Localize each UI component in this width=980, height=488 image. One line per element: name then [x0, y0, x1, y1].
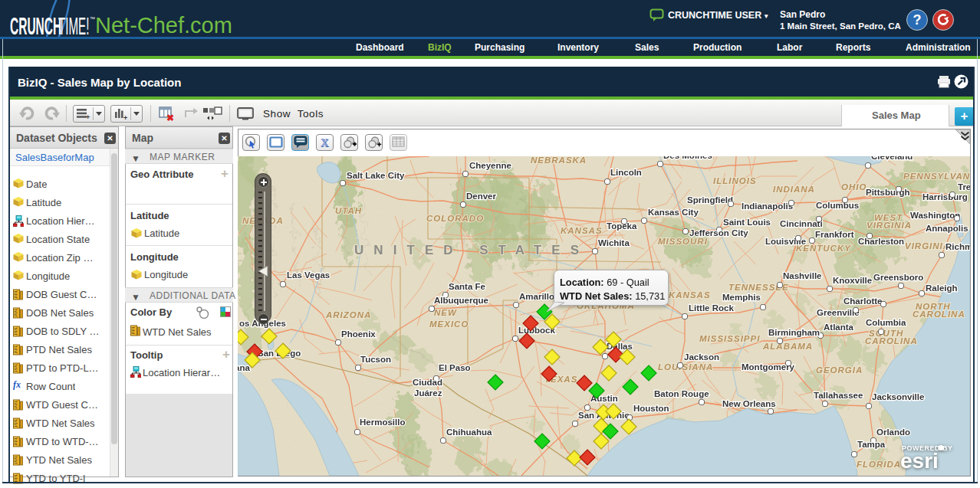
svg-text:Houston: Houston	[633, 404, 669, 413]
svg-text:TIME!: TIME!	[58, 12, 89, 37]
svg-text:VIRGINIA: VIRGINIA	[905, 241, 950, 251]
svg-text:Amarillo: Amarillo	[519, 292, 554, 301]
svg-text:Memphis: Memphis	[722, 293, 761, 302]
svg-text:COLORADO: COLORADO	[426, 214, 484, 223]
svg-text:Albuquerque: Albuquerque	[434, 296, 488, 305]
svg-text:ARIZONA: ARIZONA	[325, 310, 371, 319]
svg-text:Wichita: Wichita	[598, 238, 630, 247]
svg-text:Charlotte: Charlotte	[844, 296, 882, 306]
svg-text:Cincinnati: Cincinnati	[780, 219, 823, 228]
svg-text:Baton Rouge: Baton Rouge	[654, 389, 709, 398]
svg-text:Lincoln: Lincoln	[610, 168, 642, 177]
svg-text:Santa Fe: Santa Fe	[449, 282, 485, 291]
svg-text:Atlanta: Atlanta	[824, 323, 854, 332]
svg-text:NEBRASKA: NEBRASKA	[531, 156, 587, 165]
svg-text:™: ™	[90, 16, 95, 21]
svg-text:Richm: Richm	[945, 242, 970, 251]
svg-text:KANSAS: KANSAS	[561, 226, 603, 235]
svg-text:NEW: NEW	[434, 308, 457, 317]
svg-text:ALABAMA: ALABAMA	[762, 342, 813, 351]
svg-text:Ciudad: Ciudad	[413, 378, 442, 387]
svg-text:KANSAS: KANSAS	[669, 290, 711, 300]
svg-text:Hermosillo: Hermosillo	[360, 418, 405, 427]
svg-text:Phoenix: Phoenix	[341, 329, 376, 339]
svg-text:X: X	[321, 137, 328, 149]
svg-text:OHIO: OHIO	[841, 182, 867, 192]
svg-text:Juárez: Juárez	[414, 388, 442, 398]
svg-text:Nashville: Nashville	[783, 271, 822, 280]
svg-text:Greensboro: Greensboro	[873, 273, 923, 282]
svg-text:MEXICO: MEXICO	[429, 319, 469, 329]
svg-text:Indianapolis: Indianapolis	[742, 201, 793, 211]
svg-text:Little Rock: Little Rock	[689, 303, 734, 313]
svg-text:Jacksonville: Jacksonville	[872, 392, 924, 401]
svg-text:CAROLINA: CAROLINA	[913, 310, 965, 319]
svg-text:Kansas City: Kansas City	[648, 208, 699, 217]
svg-text:Cleveland: Cleveland	[871, 156, 913, 161]
svg-text:El Paso: El Paso	[439, 363, 471, 372]
svg-text:Columbia: Columbia	[866, 318, 906, 327]
svg-text:Birmingham: Birmingham	[768, 328, 820, 337]
svg-text:LOUISIANA: LOUISIANA	[658, 362, 713, 372]
svg-text:Washington: Washington	[910, 211, 960, 220]
svg-text:Jackson: Jackson	[684, 352, 719, 362]
svg-text:Charleston: Charleston	[858, 237, 904, 246]
svg-text:Frankfort: Frankfort	[815, 230, 854, 239]
svg-text:Tucson: Tucson	[360, 355, 391, 364]
svg-text:+: +	[86, 113, 90, 120]
svg-text:Springfield: Springfield	[687, 195, 733, 205]
svg-text:GEORGIA: GEORGIA	[816, 365, 863, 375]
svg-text:✖: ✖	[166, 113, 174, 122]
svg-text:Raleigh: Raleigh	[926, 283, 958, 293]
svg-text:Cheyenne: Cheyenne	[469, 161, 511, 170]
svg-text:Tallahassee: Tallahassee	[814, 391, 863, 400]
svg-text:Salt Lake City: Salt Lake City	[347, 171, 405, 180]
svg-text:MISSOURI: MISSOURI	[658, 237, 708, 246]
svg-text:Tampa: Tampa	[857, 440, 886, 449]
svg-text:New Orleans: New Orleans	[722, 399, 776, 408]
svg-text:Jefferson City: Jefferson City	[689, 228, 748, 237]
svg-text:Las Vegas: Las Vegas	[287, 270, 330, 280]
svg-text:VIRGINIA: VIRGINIA	[867, 221, 912, 230]
svg-text:Saint Louis: Saint Louis	[723, 218, 771, 227]
svg-text:Orlando: Orlando	[876, 427, 910, 437]
svg-text:UTAH: UTAH	[335, 206, 362, 215]
svg-text:FLORIDA: FLORIDA	[857, 460, 901, 469]
svg-text:CRUNCH: CRUNCH	[10, 12, 61, 37]
svg-text:INDIANA: INDIANA	[773, 185, 815, 194]
svg-text:ILLINOIS: ILLINOIS	[713, 176, 757, 185]
svg-text:Annapolis: Annapolis	[926, 224, 968, 233]
svg-text:MISSISSIPPI: MISSISSIPPI	[699, 334, 760, 343]
svg-text:PENNSYLVANIA: PENNSYLVANIA	[903, 172, 970, 181]
svg-text:Denver: Denver	[466, 192, 497, 201]
svg-text:+: +	[123, 114, 127, 121]
svg-text:esri: esri	[900, 449, 939, 473]
svg-text:Chihuahua: Chihuahua	[446, 427, 492, 437]
svg-text:Des Moines: Des Moines	[663, 156, 712, 160]
svg-text:Tre: Tre	[958, 182, 970, 192]
svg-text:Harrisburg: Harrisburg	[922, 192, 968, 201]
svg-text:Pittsburgh: Pittsburgh	[866, 188, 910, 197]
svg-text:Knoxville: Knoxville	[833, 276, 872, 285]
svg-text:Columbus: Columbus	[816, 201, 859, 210]
svg-text:CAROLINA: CAROLINA	[865, 336, 918, 346]
